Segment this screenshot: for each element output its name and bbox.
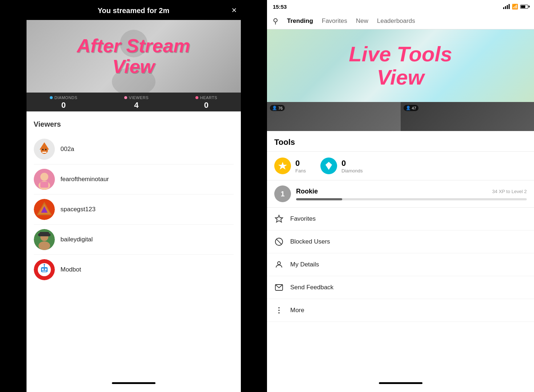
svg-point-37 bbox=[278, 307, 280, 309]
menu-item-blocked[interactable]: Blocked Users bbox=[267, 230, 534, 253]
hearts-value: 0 bbox=[204, 101, 209, 110]
svg-line-34 bbox=[276, 239, 282, 244]
home-indicator bbox=[112, 382, 155, 384]
svg-point-18 bbox=[39, 241, 50, 250]
left-overlay-title: After Stream View bbox=[77, 36, 190, 77]
viewers-label: VIEWERS bbox=[129, 95, 149, 100]
tools-header: Tools bbox=[267, 131, 534, 152]
search-icon[interactable]: ⚲ bbox=[273, 17, 278, 25]
signal-icon bbox=[503, 4, 510, 9]
stream-header: You streamed for 2m × bbox=[27, 0, 241, 20]
tools-section: Tools 0 Fans bbox=[267, 131, 534, 374]
thumbnails-row: 👤 76 👤 47 bbox=[267, 102, 534, 131]
battery-icon bbox=[520, 5, 528, 9]
level-name: Rookie bbox=[296, 188, 318, 195]
person-icon bbox=[274, 260, 284, 269]
fans-stat: 0 Fans bbox=[274, 158, 306, 174]
dots-icon bbox=[274, 306, 284, 315]
stream-preview: After Stream View bbox=[27, 20, 241, 93]
svg-marker-32 bbox=[275, 215, 283, 222]
tools-stats: 0 Fans 0 Diamonds bbox=[267, 152, 534, 180]
list-item[interactable]: Modbot bbox=[34, 255, 234, 285]
viewer-name: fearoftheminotaur bbox=[61, 176, 109, 183]
left-bottom-bar bbox=[27, 374, 241, 392]
progress-fill bbox=[296, 198, 342, 200]
stats-bar: DIAMONDS 0 VIEWERS 4 HEARTS 0 bbox=[27, 93, 241, 111]
avatar bbox=[34, 229, 55, 250]
stream-title: You streamed for 2m bbox=[98, 7, 169, 15]
viewer-count-badge: 👤 76 bbox=[270, 105, 285, 111]
svg-rect-20 bbox=[40, 232, 49, 236]
viewers-section: Viewers 002a bbox=[27, 111, 241, 374]
fans-icon bbox=[274, 158, 291, 174]
nav-bar: ⚲ Trending Favorites New Leaderboards bbox=[267, 13, 534, 29]
nav-leaderboards[interactable]: Leaderboards bbox=[377, 17, 415, 25]
thumbnail-right[interactable]: 👤 47 bbox=[401, 102, 534, 131]
list-item[interactable]: baileydigital bbox=[34, 225, 234, 255]
person-icon: 👤 bbox=[406, 106, 411, 110]
menu-item-feedback[interactable]: Send Feedback bbox=[267, 276, 534, 299]
menu-label-feedback: Send Feedback bbox=[290, 284, 333, 291]
nav-trending[interactable]: Trending bbox=[287, 17, 313, 25]
svg-point-28 bbox=[44, 264, 45, 265]
viewers-value: 4 bbox=[134, 101, 138, 110]
content-banner: Live Tools View bbox=[267, 29, 534, 102]
right-overlay-title: Live Tools View bbox=[349, 42, 452, 89]
close-button[interactable]: × bbox=[228, 4, 241, 17]
hearts-label: HEARTS bbox=[200, 95, 217, 100]
thumbnail-left[interactable]: 👤 76 bbox=[267, 102, 401, 131]
menu-label-more: More bbox=[290, 307, 304, 314]
svg-point-6 bbox=[45, 149, 46, 150]
svg-point-38 bbox=[278, 310, 280, 311]
wifi-icon: 📶 bbox=[512, 4, 518, 9]
diamonds-icon bbox=[320, 158, 337, 174]
diamonds-value: 0 bbox=[341, 159, 363, 168]
diamonds-stat: 0 Diamonds bbox=[320, 158, 363, 174]
stat-diamonds: DIAMONDS 0 bbox=[50, 95, 77, 110]
level-xp: 34 XP to Level 2 bbox=[492, 189, 527, 194]
svg-point-39 bbox=[278, 312, 280, 314]
fans-label: Fans bbox=[295, 168, 306, 173]
person-icon: 👤 bbox=[272, 106, 277, 110]
stat-viewers: VIEWERS 4 bbox=[124, 95, 149, 110]
progress-bar bbox=[296, 198, 527, 200]
menu-label-blocked: Blocked Users bbox=[290, 238, 330, 245]
list-item[interactable]: spacegst123 bbox=[34, 195, 234, 225]
stat-hearts: HEARTS 0 bbox=[195, 95, 217, 110]
diamonds-label: Diamonds bbox=[341, 168, 363, 173]
viewer-name: 002a bbox=[61, 146, 74, 153]
menu-item-favorites[interactable]: Favorites bbox=[267, 208, 534, 230]
right-bottom-bar bbox=[267, 374, 534, 392]
viewers-dot bbox=[124, 96, 127, 99]
diamonds-value: 0 bbox=[61, 101, 66, 110]
svg-marker-29 bbox=[278, 162, 287, 170]
viewer-name: baileydigital bbox=[61, 236, 93, 243]
nav-new[interactable]: New bbox=[356, 17, 368, 25]
list-item[interactable]: 002a bbox=[34, 134, 234, 164]
nav-favorites[interactable]: Favorites bbox=[322, 17, 347, 25]
svg-point-9 bbox=[40, 173, 48, 181]
star-icon bbox=[274, 214, 284, 224]
menu-label-favorites: Favorites bbox=[290, 215, 316, 222]
svg-rect-11 bbox=[40, 182, 48, 188]
list-item[interactable]: fearoftheminotaur bbox=[34, 164, 234, 195]
avatar bbox=[34, 169, 55, 190]
mail-icon bbox=[274, 283, 284, 292]
left-panel: You streamed for 2m × After Stream View … bbox=[0, 0, 267, 392]
svg-point-5 bbox=[42, 149, 44, 150]
svg-rect-7 bbox=[42, 152, 46, 153]
right-panel: 15:53 📶 ⚲ Trending Favorites New Leaderb… bbox=[267, 0, 534, 392]
viewer-name: spacegst123 bbox=[61, 206, 96, 213]
tools-title: Tools bbox=[274, 138, 527, 147]
status-bar: 15:53 📶 bbox=[267, 0, 534, 13]
menu-item-details[interactable]: My Details bbox=[267, 253, 534, 276]
level-badge: 1 bbox=[274, 185, 291, 202]
viewer-name: Modbot bbox=[61, 266, 81, 273]
menu-item-more[interactable]: More bbox=[267, 299, 534, 322]
avatar bbox=[34, 139, 55, 160]
viewer-count-badge: 👤 47 bbox=[404, 105, 418, 111]
diamonds-label: DIAMONDS bbox=[54, 95, 77, 100]
status-icons: 📶 bbox=[503, 4, 528, 9]
level-section: 1 Rookie 34 XP to Level 2 bbox=[267, 180, 534, 208]
svg-point-24 bbox=[42, 269, 44, 270]
